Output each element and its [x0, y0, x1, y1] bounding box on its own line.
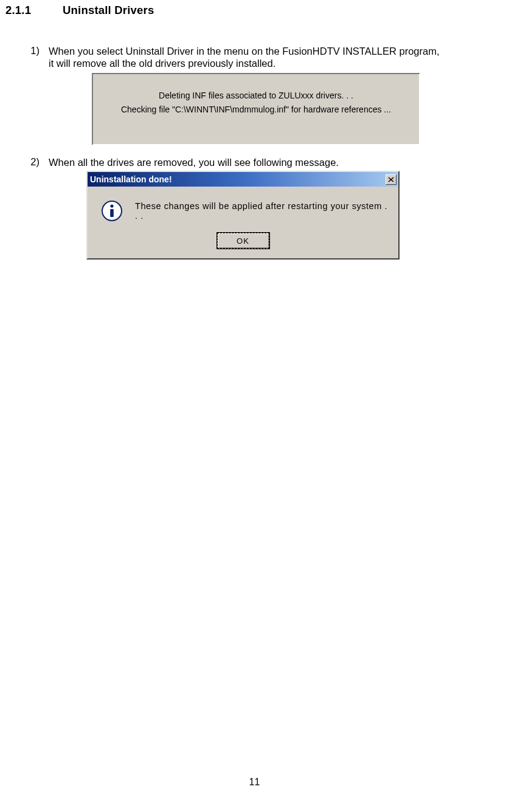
item-text: When you select Uninstall Driver in the …: [49, 45, 509, 69]
section-heading: 2.1.1Uninstall Drivers: [0, 4, 509, 17]
dialog-message: These changes will be applied after rest…: [135, 201, 389, 221]
progress-line-1: Deleting INF files associated to ZULUxxx…: [93, 89, 419, 102]
list-item: 2) When all the drives are removed, you …: [23, 156, 509, 260]
svg-point-1: [110, 205, 113, 208]
item-text: When all the drives are removed, you wil…: [49, 156, 509, 168]
progress-panel: Deleting INF files associated to ZULUxxx…: [92, 73, 420, 145]
section-title: Uninstall Drivers: [63, 4, 154, 16]
info-icon: [101, 200, 123, 222]
progress-line-2: Checking file "C:\WINNT\INF\mdmmulog.inf…: [93, 103, 419, 116]
item-number: 1): [23, 45, 40, 57]
ok-button[interactable]: OK: [217, 233, 269, 249]
section-number: 2.1.1: [5, 4, 63, 17]
dialog-title: Uninstallation done!: [90, 174, 386, 184]
svg-rect-2: [110, 209, 114, 217]
item-number: 2): [23, 156, 40, 168]
dialog-titlebar: Uninstallation done!: [88, 172, 398, 187]
message-dialog: Uninstallation done!: [86, 171, 400, 260]
close-button[interactable]: [386, 174, 396, 185]
list-item: 1) When you select Uninstall Driver in t…: [23, 45, 509, 145]
close-icon: [388, 177, 394, 182]
page-number: 11: [0, 777, 509, 788]
